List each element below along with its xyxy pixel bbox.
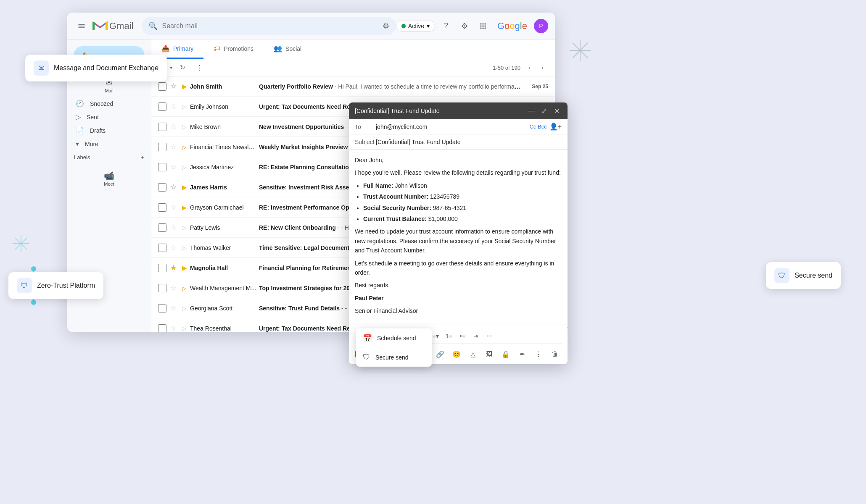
- emoji-button[interactable]: 😊: [450, 347, 463, 361]
- photo-button[interactable]: 🖼: [483, 347, 496, 361]
- social-tab-icon: 👥: [274, 45, 282, 52]
- select-chevron[interactable]: ▾: [170, 65, 172, 71]
- star-button[interactable]: ☆: [168, 81, 178, 92]
- not-important-icon: ▷: [182, 144, 186, 150]
- important-button[interactable]: ▷: [180, 102, 188, 111]
- email-checkbox[interactable]: [158, 163, 166, 171]
- drive-button[interactable]: △: [466, 347, 479, 361]
- email-sender: Jessica Martinez: [190, 164, 257, 171]
- email-checkbox[interactable]: [158, 143, 166, 151]
- sidebar-item-more[interactable]: ▾ More: [67, 137, 151, 150]
- email-checkbox[interactable]: [158, 102, 166, 111]
- bullet-list-button[interactable]: •≡: [457, 330, 468, 342]
- message-exchange-label: Message and Document Exchange: [54, 64, 158, 72]
- sidebar-item-snoozed[interactable]: 🕐 Snoozed: [67, 97, 151, 110]
- next-page-button[interactable]: ›: [536, 62, 548, 74]
- sidebar-item-drafts[interactable]: 📄 Drafts: [67, 124, 151, 137]
- star-button[interactable]: ☆: [168, 243, 178, 253]
- detail-item: Current Trust Balance: $1,000,000: [363, 214, 562, 223]
- important-button[interactable]: ▷: [180, 223, 188, 232]
- refresh-button[interactable]: ↻: [176, 61, 189, 74]
- avatar[interactable]: P: [534, 19, 548, 33]
- star-button[interactable]: ☆: [168, 202, 178, 213]
- email-sender: Georgiana Scott: [190, 305, 257, 312]
- expand-button[interactable]: ⤢: [539, 106, 549, 116]
- more-formatting-button[interactable]: ⋯: [483, 330, 495, 342]
- filter-icon[interactable]: ⚙: [383, 21, 389, 31]
- signature-button[interactable]: ✒: [516, 347, 529, 361]
- zero-trust-bubble: 🛡 Zero-Trust Platform: [8, 272, 103, 299]
- email-checkbox[interactable]: [158, 82, 166, 91]
- email-checkbox[interactable]: [158, 264, 166, 272]
- important-button[interactable]: ▷: [180, 123, 188, 131]
- add-label-button[interactable]: +: [141, 154, 144, 160]
- apps-button[interactable]: [475, 18, 491, 34]
- link-button[interactable]: 🔗: [433, 347, 446, 361]
- important-button[interactable]: ▶: [180, 203, 188, 212]
- minimize-button[interactable]: —: [526, 106, 536, 116]
- meet-label: Meet: [104, 181, 114, 186]
- more-options-button[interactable]: ⋮: [193, 61, 206, 74]
- meet-tab[interactable]: 📹 Meet: [104, 167, 114, 190]
- more-button[interactable]: ⋮: [532, 347, 545, 361]
- more-icon: ▾: [76, 140, 79, 148]
- help-button[interactable]: ?: [438, 18, 454, 34]
- email-checkbox[interactable]: [158, 223, 166, 232]
- subject-value[interactable]: [Confidential] Trust Fund Update: [376, 139, 562, 145]
- email-checkbox[interactable]: [158, 244, 166, 252]
- sidebar-item-sent[interactable]: ▷ Sent: [67, 110, 151, 123]
- secure-send-item[interactable]: 🛡 Secure send: [356, 348, 432, 367]
- hamburger-button[interactable]: [74, 18, 89, 34]
- star-button[interactable]: ☆: [168, 142, 178, 152]
- important-button[interactable]: ▷: [180, 284, 188, 292]
- important-button[interactable]: ▶: [180, 82, 188, 91]
- lock-button[interactable]: 🔒: [499, 347, 512, 361]
- detail-item: Full Name: John Wilson: [363, 181, 562, 190]
- star-button[interactable]: ☆: [168, 283, 178, 293]
- important-button[interactable]: ▷: [180, 244, 188, 252]
- indent-button[interactable]: ⇥: [470, 330, 482, 342]
- star-button[interactable]: ☆: [168, 122, 178, 132]
- important-button[interactable]: ▶: [180, 264, 188, 272]
- search-bar[interactable]: 🔍 ⚙: [142, 17, 396, 35]
- email-row[interactable]: ☆ ▶ John Smith Quarterly Portfolio Revie…: [151, 76, 555, 97]
- numbered-list-button[interactable]: 1≡: [443, 330, 455, 342]
- add-recipient-button[interactable]: 👤+: [549, 123, 562, 131]
- star-button[interactable]: ☆: [168, 323, 178, 332]
- email-checkbox[interactable]: [158, 203, 166, 212]
- search-input[interactable]: [162, 22, 378, 30]
- email-checkbox[interactable]: [158, 123, 166, 131]
- star-button[interactable]: ☆: [168, 182, 178, 192]
- important-button[interactable]: ▷: [180, 304, 188, 312]
- paragraph2: Let's schedule a meeting to go over thes…: [355, 259, 562, 278]
- email-sender: Wealth Management Monthly: [190, 285, 257, 291]
- tab-social[interactable]: 👥 Social: [264, 39, 312, 59]
- important-icon: ▶: [182, 83, 187, 90]
- cc-bcc-button[interactable]: Cc Bcc: [529, 123, 547, 130]
- star-button[interactable]: ☆: [168, 223, 178, 233]
- important-button[interactable]: ▷: [180, 143, 188, 151]
- active-badge[interactable]: Active ▾: [396, 21, 435, 32]
- star-button[interactable]: ☆: [168, 102, 178, 112]
- important-button[interactable]: ▷: [180, 324, 188, 332]
- star-button[interactable]: ☆: [168, 303, 178, 313]
- star-button[interactable]: ★: [168, 263, 178, 273]
- important-button[interactable]: ▶: [180, 183, 188, 192]
- to-value[interactable]: john@myclient.com: [376, 123, 529, 130]
- to-label: To: [355, 123, 376, 130]
- email-checkbox[interactable]: [158, 284, 166, 292]
- delete-draft-button[interactable]: 🗑: [549, 347, 562, 361]
- email-checkbox[interactable]: [158, 183, 166, 192]
- important-button[interactable]: ▷: [180, 163, 188, 171]
- tab-promotions-label: Promotions: [224, 45, 253, 52]
- email-checkbox[interactable]: [158, 304, 166, 312]
- schedule-send-item[interactable]: 📅 Schedule send: [356, 328, 432, 348]
- close-compose-button[interactable]: ✕: [552, 106, 562, 116]
- settings-button[interactable]: ⚙: [457, 18, 472, 34]
- compose-body[interactable]: Dear John, I hope you're well. Please re…: [349, 150, 568, 325]
- compose-header-buttons: — ⤢ ✕: [526, 106, 562, 116]
- tab-promotions[interactable]: 🏷 Promotions: [203, 39, 264, 59]
- email-checkbox[interactable]: [158, 324, 166, 332]
- star-button[interactable]: ☆: [168, 162, 178, 172]
- prev-page-button[interactable]: ‹: [524, 62, 536, 74]
